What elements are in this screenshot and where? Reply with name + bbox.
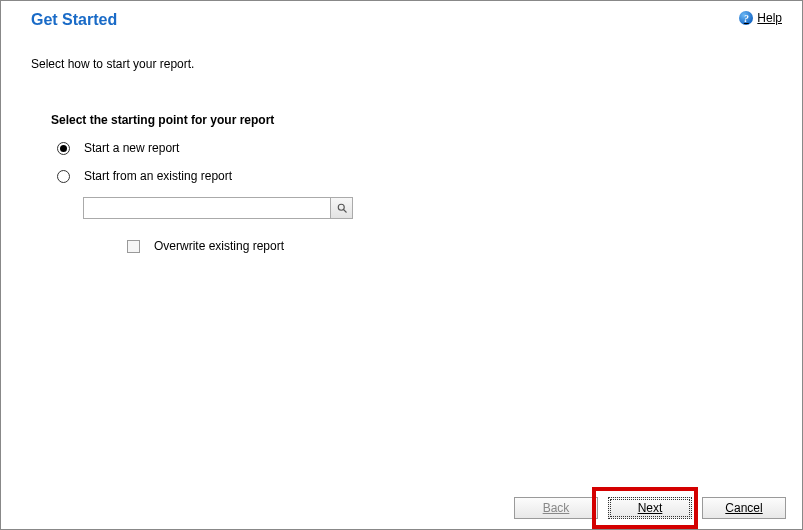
next-button[interactable]: Next — [608, 497, 692, 519]
cancel-button[interactable]: Cancel — [702, 497, 786, 519]
existing-report-field-wrap — [83, 197, 353, 219]
browse-report-button[interactable] — [330, 198, 352, 218]
existing-report-input[interactable] — [84, 198, 330, 218]
section-heading: Select the starting point for your repor… — [51, 113, 802, 127]
page-subtitle: Select how to start your report. — [1, 29, 802, 71]
radio-start-existing[interactable] — [57, 170, 70, 183]
radio-start-existing-label[interactable]: Start from an existing report — [84, 169, 232, 183]
help-icon: ? — [739, 11, 753, 25]
search-icon — [336, 202, 348, 214]
svg-point-0 — [338, 204, 344, 210]
overwrite-checkbox-label: Overwrite existing report — [154, 239, 284, 253]
svg-line-1 — [343, 210, 346, 213]
help-label: Help — [757, 11, 782, 25]
help-link[interactable]: ? Help — [739, 11, 782, 25]
radio-start-new[interactable] — [57, 142, 70, 155]
page-title: Get Started — [31, 11, 117, 29]
radio-start-new-label[interactable]: Start a new report — [84, 141, 179, 155]
back-button[interactable]: Back — [514, 497, 598, 519]
overwrite-checkbox[interactable] — [127, 240, 140, 253]
